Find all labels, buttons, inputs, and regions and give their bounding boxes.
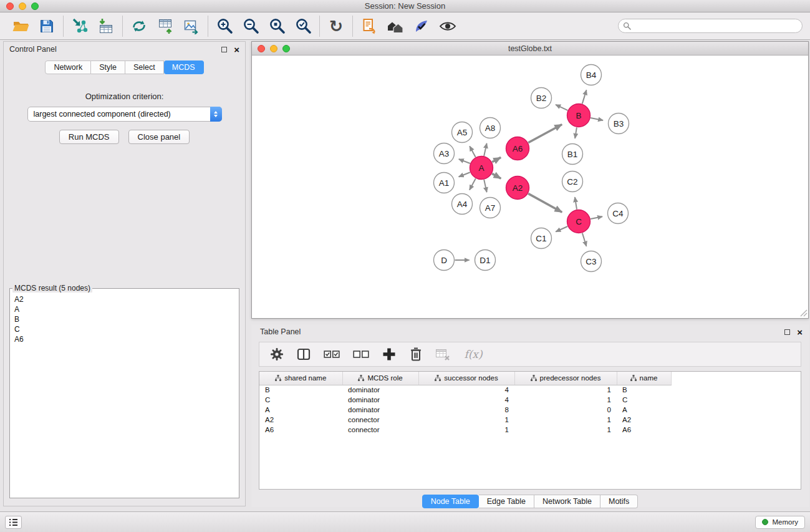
close-panel-button[interactable]: Close panel: [128, 130, 190, 144]
import-table-button[interactable]: [93, 15, 119, 37]
import-network-button[interactable]: [67, 15, 93, 37]
network-edge[interactable]: [470, 178, 476, 190]
network-edge[interactable]: [528, 193, 562, 212]
network-node-label: D1: [480, 256, 490, 265]
resize-grip-icon[interactable]: [800, 309, 808, 317]
network-edge[interactable]: [556, 226, 567, 232]
network-edge[interactable]: [575, 127, 577, 138]
zoom-fit-button[interactable]: [264, 15, 290, 37]
deselect-all-button[interactable]: [351, 346, 371, 363]
memory-button[interactable]: Memory: [755, 516, 805, 529]
table-cell: 1: [514, 415, 617, 425]
table-row[interactable]: Cdominator41C: [259, 395, 671, 405]
search-input[interactable]: [618, 19, 803, 33]
zoom-selected-button[interactable]: [290, 15, 316, 37]
annotation-document-icon: [362, 18, 377, 34]
network-edge[interactable]: [582, 90, 587, 104]
network-edge[interactable]: [556, 105, 567, 110]
zoom-out-button[interactable]: [238, 15, 264, 37]
network-edge[interactable]: [470, 146, 476, 157]
network-edge[interactable]: [459, 172, 470, 177]
status-bar: Memory: [0, 511, 810, 532]
network-edge[interactable]: [528, 125, 562, 143]
network-node-label: C2: [567, 177, 577, 186]
network-edge[interactable]: [575, 197, 577, 210]
table-cell: A2: [259, 415, 342, 425]
function-builder-button[interactable]: f(x): [461, 346, 486, 363]
network-close-button[interactable]: [258, 45, 265, 52]
table-cell: A6: [617, 425, 671, 435]
table-row[interactable]: A2connector11A2: [259, 415, 671, 425]
delete-table-button[interactable]: [434, 346, 451, 363]
tab-select[interactable]: Select: [125, 60, 164, 74]
tab-network[interactable]: Network: [45, 60, 91, 74]
table-cell: connector: [342, 425, 418, 435]
zoom-fit-icon: [269, 17, 286, 34]
annotation-document-button[interactable]: [356, 15, 382, 37]
network-overview-button[interactable]: [382, 15, 408, 37]
mcds-result-box: MCDS result (5 nodes) A2ABCA6: [9, 284, 239, 498]
mcds-result-item[interactable]: A: [14, 304, 234, 314]
delete-column-button[interactable]: [407, 346, 425, 363]
table-float-panel-icon[interactable]: [784, 329, 790, 335]
network-node-label: B4: [586, 70, 597, 80]
mcds-result-item[interactable]: B: [14, 314, 234, 324]
column-header[interactable]: predecessor nodes: [514, 372, 617, 385]
tab-style[interactable]: Style: [91, 60, 125, 74]
table-row[interactable]: Bdominator41B: [259, 385, 671, 395]
save-session-button[interactable]: [34, 15, 60, 37]
show-hide-button[interactable]: [435, 15, 461, 37]
network-canvas[interactable]: B4B2BB3A5A8A6A3AB1A1A2C2A4A7C4CC1DD1C3: [252, 56, 808, 317]
optimization-dropdown[interactable]: largest connected component (directed): [27, 107, 222, 122]
network-edge[interactable]: [484, 143, 486, 156]
minimize-window-button[interactable]: [19, 2, 26, 10]
table-tab-network-table[interactable]: Network Table: [534, 495, 600, 508]
mcds-result-item[interactable]: A6: [14, 334, 234, 344]
table-row[interactable]: A6connector11A6: [259, 425, 671, 435]
mcds-result-item[interactable]: C: [14, 324, 234, 334]
column-header[interactable]: shared name: [259, 372, 342, 385]
zoom-in-button[interactable]: [211, 15, 238, 37]
network-edge[interactable]: [582, 233, 587, 246]
refresh-layout-button[interactable]: ↻: [323, 15, 349, 37]
table-close-panel-icon[interactable]: ×: [797, 327, 803, 337]
network-edge[interactable]: [591, 216, 602, 219]
table-settings-button[interactable]: [268, 346, 286, 363]
export-network-button[interactable]: [126, 15, 152, 37]
network-node-label: A: [478, 163, 484, 173]
table-cell: 0: [514, 405, 617, 415]
tab-mcds[interactable]: MCDS: [164, 60, 204, 74]
eye-icon: [439, 19, 456, 33]
table-tab-motifs[interactable]: Motifs: [600, 495, 638, 508]
open-session-button[interactable]: [7, 15, 34, 37]
table-row[interactable]: Adominator80A: [259, 405, 671, 415]
column-header[interactable]: successor nodes: [418, 372, 514, 385]
network-zoom-button[interactable]: [282, 45, 290, 52]
network-edge[interactable]: [591, 118, 603, 120]
column-header[interactable]: MCDS role: [342, 372, 418, 385]
network-edge[interactable]: [492, 173, 501, 178]
run-mcds-button[interactable]: Run MCDS: [59, 130, 119, 144]
network-svg[interactable]: B4B2BB3A5A8A6A3AB1A1A2C2A4A7C4CC1DD1C3: [252, 56, 808, 317]
table-tab-node-table[interactable]: Node Table: [422, 495, 479, 508]
export-table-button[interactable]: [152, 15, 178, 37]
mcds-result-item[interactable]: A2: [14, 294, 234, 304]
style-check-button[interactable]: [408, 15, 435, 37]
zoom-window-button[interactable]: [31, 2, 39, 10]
table-tab-edge-table[interactable]: Edge Table: [479, 495, 534, 508]
network-minimize-button[interactable]: [270, 45, 277, 52]
show-columns-button[interactable]: [295, 346, 312, 363]
export-image-button[interactable]: [178, 15, 205, 37]
table-panel-header: Table Panel ×: [251, 324, 809, 339]
add-column-button[interactable]: [380, 346, 398, 363]
close-window-button[interactable]: [6, 2, 14, 10]
float-panel-icon[interactable]: [221, 47, 227, 52]
select-all-button[interactable]: [322, 346, 342, 363]
task-history-button[interactable]: [5, 516, 22, 529]
network-edge[interactable]: [492, 157, 501, 162]
table-cell: 4: [418, 385, 514, 395]
network-edge[interactable]: [484, 180, 486, 192]
close-panel-icon[interactable]: ×: [234, 45, 239, 54]
column-header[interactable]: name: [617, 372, 671, 385]
network-edge[interactable]: [459, 159, 470, 163]
